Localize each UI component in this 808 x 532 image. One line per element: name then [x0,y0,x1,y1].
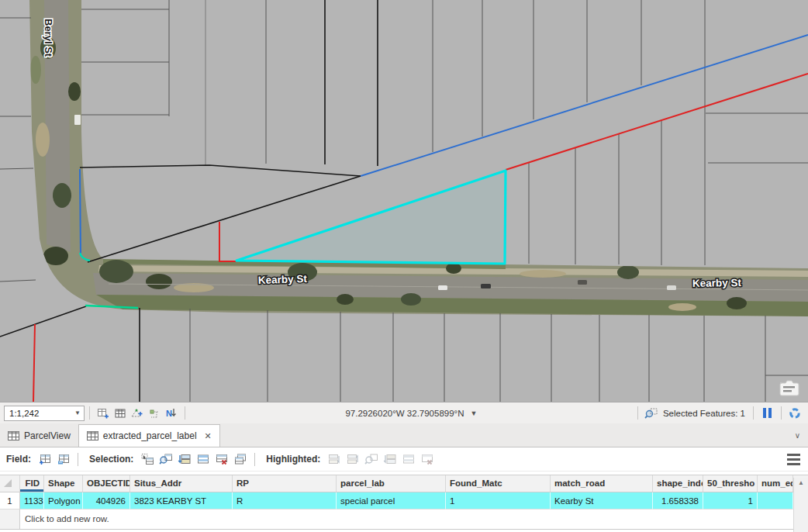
zoom-to-selection-icon[interactable] [157,451,175,468]
coordinate-readout[interactable]: 97.2926020°W 32.7905899°N ▼ [345,409,477,418]
north-arrow-icon[interactable]: N [163,406,180,421]
close-icon[interactable]: ✕ [205,431,212,441]
highlight-delete-icon[interactable] [418,451,437,468]
field-group-label: Field: [6,454,31,465]
scale-input[interactable] [5,409,71,418]
delete-selection-icon[interactable] [212,451,231,468]
cell-shape[interactable]: Polygon [44,492,83,510]
selection-group-label: Selection: [89,454,133,465]
cell-situs-addr[interactable]: 3823 KEARBY ST [130,492,233,510]
parcel-background [0,0,808,402]
highlight-swap-icon[interactable] [381,451,399,468]
add-field-icon[interactable] [36,451,54,468]
selected-features-count: Selected Features: 1 [663,409,745,418]
coordinates-text: 97.2926020°W 32.7905899°N [345,409,464,418]
scale-caret-icon[interactable]: ▼ [71,409,84,416]
map-view[interactable]: Beryl St Kearby St Kearby St [0,0,808,402]
column-header-found-matc[interactable]: Found_Matc [446,475,551,492]
street-label-kearby-left: Kearby St [258,273,308,286]
table-icon[interactable] [112,406,129,421]
table-header-row: FID Shape OBJECTID Situs_Addr RP parcel_… [0,475,808,492]
select-rows-icon[interactable] [194,451,212,468]
cell-rp[interactable]: R [233,492,337,510]
scroll-up-icon[interactable]: ▲ [794,478,808,489]
tab-label: ParcelView [24,430,71,441]
table-tab-icon [8,431,19,440]
column-header-parcel-lab[interactable]: parcel_lab [337,475,446,492]
cell-match-road[interactable]: Kearby St [551,492,653,510]
table-row-selected[interactable]: 1 1133 Polygon 404926 3823 KEARBY ST R s… [0,492,808,510]
column-header-situs-addr[interactable]: Situs_Addr [130,475,233,492]
edit-sketch-icon[interactable] [129,406,146,421]
column-header-num-edg[interactable]: num_edg [758,475,793,492]
map-canvas[interactable]: Beryl St Kearby St Kearby St [0,0,808,402]
table-vertical-scrollbar[interactable]: ▲ [793,478,808,532]
tab-label: extracted_parcel_label [103,430,197,441]
table-tab-icon [87,431,98,440]
zoom-selection-icon[interactable] [643,406,660,421]
selection-tools [138,451,250,468]
highlight-zoom-icon[interactable] [362,451,381,468]
tab-extracted-parcel-label[interactable]: extracted_parcel_label ✕ [78,424,220,447]
map-status-bar: ▼ N 97.2926020°W 32.7905899°N ▼ Sele [0,402,808,423]
calculate-field-icon[interactable] [54,451,73,468]
select-all-corner[interactable] [0,475,20,492]
tab-parcelview[interactable]: ParcelView [0,424,78,447]
cell-fid[interactable]: 1133 [20,492,44,510]
column-header-objectid[interactable]: OBJECTID [83,475,130,492]
table-tab-bar: ParcelView extracted_parcel_label ✕ ∨ [0,423,808,447]
street-label-kearby-right: Kearby St [692,277,742,289]
menu-icon[interactable] [787,454,800,465]
row-number[interactable]: 1 [0,492,20,510]
scale-combobox[interactable]: ▼ [4,406,85,421]
corner-triangle-icon [4,479,12,487]
highlight-rows-icon[interactable] [399,451,418,468]
highlighted-group-label: Highlighted: [266,454,320,465]
street-label-beryl: Beryl St [43,19,54,57]
attribute-table-panel: Field: Selection: [0,447,808,532]
column-header-fid[interactable]: FID [20,475,44,492]
column-header-match-road[interactable]: match_road [551,475,653,492]
attribute-table: FID Shape OBJECTID Situs_Addr RP parcel_… [0,475,808,530]
highlighted-tools [325,451,437,468]
column-header-rp[interactable]: RP [233,475,337,492]
column-header-50-thresho[interactable]: 50_thresho [703,475,758,492]
column-header-shape-inde[interactable]: shape_inde [653,475,703,492]
coordinates-caret-icon[interactable]: ▼ [471,409,478,417]
cell-parcel-lab[interactable]: special parcel [337,492,446,510]
highlight-switch-icon[interactable] [325,451,344,468]
select-all-icon[interactable] [138,451,157,468]
table-toolbar: Field: Selection: [0,447,808,472]
copy-rows-icon[interactable] [231,451,250,468]
cell-shape-inde[interactable]: 1.658338 [653,492,703,510]
pause-drawing-icon[interactable] [763,408,772,418]
sync-refresh-icon[interactable] [786,406,803,421]
cell-num-edg[interactable] [758,492,793,510]
switch-selection-icon[interactable] [175,451,194,468]
table-panel-icon[interactable] [777,378,800,399]
add-view-icon[interactable] [95,406,112,421]
arcgis-pro-window: Beryl St Kearby St Kearby St ▼ [0,0,808,532]
snapping-icon[interactable] [146,406,163,421]
cell-objectid[interactable]: 404926 [83,492,130,510]
add-new-row[interactable]: Click to add new row. [0,510,808,530]
add-row-gutter [0,510,20,529]
cell-found-matc[interactable]: 1 [446,492,551,510]
svg-text:N: N [166,409,172,418]
column-header-shape[interactable]: Shape [44,475,83,492]
highlight-unswitch-icon[interactable] [344,451,362,468]
tab-overflow-chevron-icon[interactable]: ∨ [795,431,800,440]
add-row-hint[interactable]: Click to add new row. [20,510,113,529]
cell-50-thresho[interactable]: 1 [703,492,758,510]
